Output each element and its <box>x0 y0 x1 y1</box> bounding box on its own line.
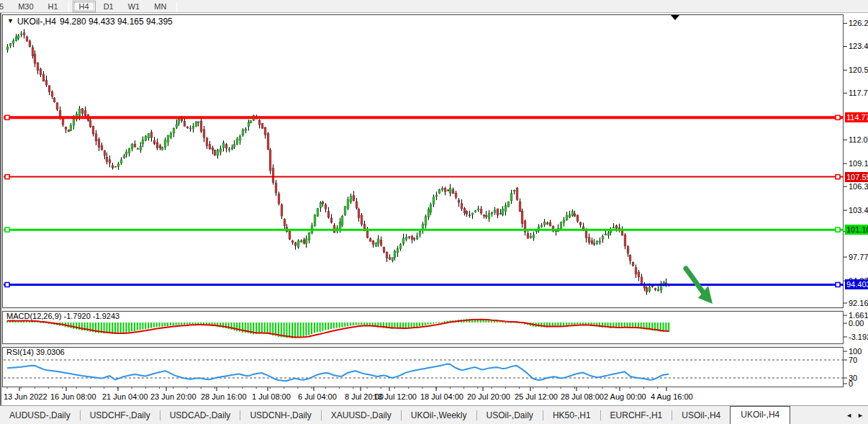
rsi-layer <box>4 360 844 381</box>
tab-scroll-left-icon[interactable]: ◄ <box>846 412 852 419</box>
price-level-badge-114.77: 114.77 <box>845 112 868 122</box>
time-axis-label: 28 Jun 16:00 <box>201 392 247 401</box>
time-axis-label: 23 Jun 20:00 <box>150 392 196 401</box>
price-axis-tick: 97.775 <box>849 253 868 262</box>
hline-107.55 <box>4 175 844 179</box>
price-axis-tick: 109.16 <box>849 159 868 168</box>
price-level-badge-107.55: 107.55 <box>845 172 868 182</box>
price-axis-tick: 103.47 <box>849 206 868 215</box>
chart-client: ▼ UKOil-,H4 94.280 94.433 94.165 94.395 … <box>0 13 868 405</box>
macd-axis-tick: 0.00 <box>849 319 864 328</box>
price-axis-tick: 117.75 <box>849 89 868 98</box>
timeframe-button-h4[interactable]: H4 <box>73 1 96 12</box>
timeframe-button-m30[interactable]: M30 <box>12 1 40 12</box>
price-axis-tick: 106.36 <box>849 182 868 191</box>
chart-tab-ukoil-h4[interactable]: UKOil-,H4 <box>730 406 790 424</box>
candles-layer <box>6 30 670 295</box>
timeframe-button-h1[interactable]: H1 <box>42 1 65 12</box>
mt4-window: 5M30H1H4D1W1MN ▼ UKOil-,H4 94.280 94.433… <box>0 0 868 424</box>
timeframe-button-w1[interactable]: W1 <box>122 1 147 12</box>
macd-indicator-label: MACD(12,26,9) -1.7920 -1.9243 <box>6 312 119 320</box>
time-axis-label: 1 Jul 08:00 <box>252 392 291 401</box>
chart-tab-ukoil-weekly[interactable]: UKOil-,Weekly <box>402 407 476 424</box>
time-axis-label: 18 Jul 04:00 <box>420 392 464 401</box>
rsi-axis-tick: 0 <box>849 379 853 389</box>
timeframe-button-mn[interactable]: MN <box>148 1 173 12</box>
chart-tab-hk50-h1[interactable]: HK50-,H1 <box>543 407 600 424</box>
chart-tab-xauusd-daily[interactable]: XAUUSD-,Daily <box>322 407 401 424</box>
price-level-badge-94.403: 94.403 <box>845 279 868 289</box>
symbol-dropdown-icon[interactable]: ▼ <box>7 17 14 24</box>
rsi-axis-tick: 70 <box>849 356 857 365</box>
chart-tab-bar: AUDUSD-,DailyUSDCHF-,DailyUSDCAD-,DailyU… <box>0 405 868 424</box>
chart-symbol-label: UKOil-,H4 <box>17 17 56 27</box>
time-axis-label: 13 Jul 12:00 <box>374 392 417 401</box>
price-axis-tick: 112.05 <box>849 135 868 145</box>
timeframe-button-5[interactable]: 5 <box>0 1 10 12</box>
chart-tab-usdcad-daily[interactable]: USDCAD-,Daily <box>161 407 240 424</box>
price-axis-tick: 92.165 <box>849 299 868 308</box>
time-axis-label: 4 Aug 16:00 <box>651 392 693 401</box>
toolbar-separator <box>68 1 69 12</box>
chart-tab-usdcnh-daily[interactable]: USDCNH-,Daily <box>240 407 320 424</box>
time-axis-label: 28 Jul 08:00 <box>561 392 604 401</box>
chart-tab-eurchf-h1[interactable]: EURCHF-,H1 <box>601 407 672 424</box>
chart-tab-usoil-daily[interactable]: USOil-,Daily <box>477 407 543 424</box>
chart-tab-audusd-daily[interactable]: AUDUSD-,Daily <box>0 407 80 424</box>
tab-scroll-arrows: ◄► <box>846 412 864 424</box>
timeframe-button-d1[interactable]: D1 <box>97 1 120 12</box>
price-axis-tick: 126.25 <box>849 19 868 28</box>
macd-axis-tick: -3.1928 <box>849 333 868 342</box>
hline-114.77 <box>4 115 844 119</box>
time-axis-label: 13 Jun 2022 <box>4 392 48 401</box>
toolbar-separator <box>176 1 177 12</box>
timeframe-toolbar: 5M30H1H4D1W1MN <box>0 0 868 13</box>
chart-shift-marker-icon <box>671 15 679 20</box>
time-axis-label: 25 Jul 12:00 <box>515 392 558 401</box>
chart-title: ▼ UKOil-,H4 94.280 94.433 94.165 94.395 <box>7 17 173 27</box>
hline-94.403 <box>4 282 844 287</box>
time-axis-label: 6 Jul 04:00 <box>298 392 337 401</box>
chart-tab-usdchf-daily[interactable]: USDCHF-,Daily <box>81 407 160 424</box>
macd-histogram <box>6 319 669 338</box>
down-trend-arrow-icon[interactable] <box>686 269 713 304</box>
time-axis-label: 16 Jun 08:00 <box>50 392 96 401</box>
price-axis-tick: 120.55 <box>849 66 868 75</box>
tab-scroll-right-icon[interactable]: ► <box>857 412 864 419</box>
time-axis-label: 21 Jun 04:00 <box>102 392 148 401</box>
price-axis-tick: 123.44 <box>849 42 868 51</box>
time-axis-label: 2 Aug 00:00 <box>604 392 646 401</box>
chart-tab-usoil-h4[interactable]: USOil-,H4 <box>672 407 730 424</box>
chart-canvas[interactable] <box>1 13 868 405</box>
chart-ohlc-values: 94.280 94.433 94.165 94.395 <box>60 17 173 27</box>
rsi-indicator-label: RSI(14) 39.0306 <box>6 348 65 356</box>
price-level-badge-101.10: 101.10 <box>845 225 868 235</box>
time-axis-label: 20 Jul 20:00 <box>467 392 510 401</box>
